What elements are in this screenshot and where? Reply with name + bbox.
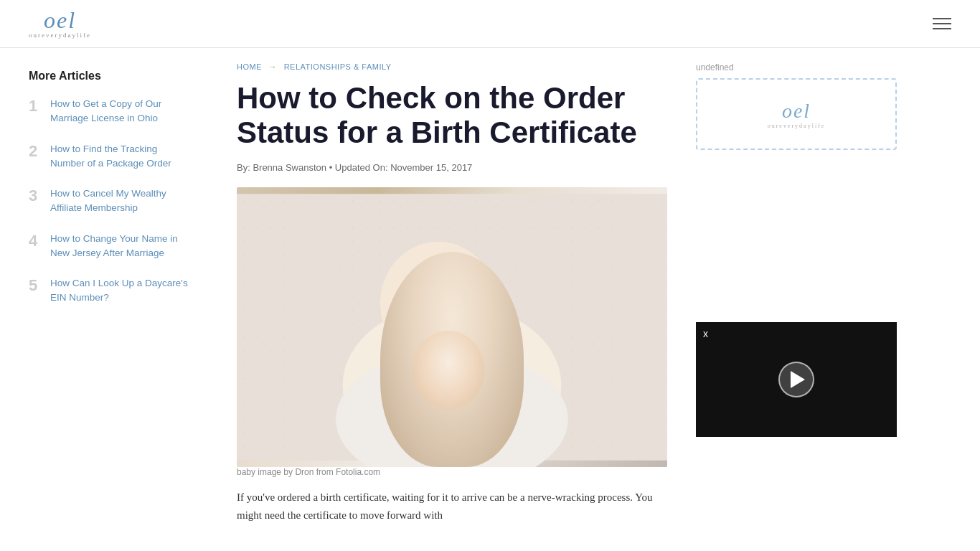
list-number-4: 4 [29, 232, 43, 250]
related-article-link-3[interactable]: How to Cancel My Wealthy Affiliate Membe… [50, 187, 194, 216]
related-articles-list: 1 How to Get a Copy of Our Marriage Lice… [29, 97, 194, 306]
site-header: oel oureverydaylife [0, 0, 980, 48]
hamburger-line-3 [933, 28, 951, 29]
video-play-button[interactable] [778, 362, 814, 397]
hamburger-line-1 [933, 18, 951, 19]
list-item: 3 How to Cancel My Wealthy Affiliate Mem… [29, 187, 194, 216]
article-title: How to Check on the Order Status for a B… [237, 81, 667, 151]
byline-separator: • [329, 162, 335, 173]
list-item: 5 How Can I Look Up a Daycare's EIN Numb… [29, 276, 194, 306]
breadcrumb-category[interactable]: RELATIONSHIPS & FAMILY [284, 62, 392, 71]
article-body-text: If you've ordered a birth certificate, w… [237, 489, 667, 525]
related-article-link-1[interactable]: How to Get a Copy of Our Marriage Licens… [50, 97, 194, 126]
video-player: x [696, 322, 897, 437]
svg-point-9 [438, 327, 446, 334]
list-number-1: 1 [29, 97, 43, 116]
byline-author: By: Brenna Swanston [237, 162, 326, 173]
list-item: 1 How to Get a Copy of Our Marriage Lice… [29, 97, 194, 126]
breadcrumb-separator: → [269, 62, 278, 71]
sidebar: More Articles 1 How to Get a Copy of Our… [29, 62, 215, 525]
article-byline: By: Brenna Swanston • Updated On: Novemb… [237, 162, 667, 173]
logo-subtext: oureverydaylife [29, 32, 91, 39]
related-article-link-4[interactable]: How to Change Your Name in New Jersey Af… [50, 232, 194, 261]
svg-point-3 [380, 242, 496, 364]
main-container: More Articles 1 How to Get a Copy of Our… [0, 48, 980, 540]
article-image-svg [237, 187, 667, 467]
site-logo[interactable]: oel oureverydaylife [29, 9, 91, 39]
breadcrumb: HOME → RELATIONSHIPS & FAMILY [237, 62, 667, 71]
more-articles-heading: More Articles [29, 70, 194, 83]
menu-button[interactable] [933, 18, 951, 29]
svg-point-4 [419, 297, 430, 303]
logo-text: oel [44, 9, 76, 32]
svg-point-7 [431, 320, 452, 341]
ad-label: undefined [696, 62, 904, 72]
ad-logo-sub: oureverydaylife [768, 123, 826, 129]
related-article-link-2[interactable]: How to Find the Tracking Number of a Pac… [50, 142, 194, 171]
svg-point-6 [434, 311, 442, 316]
ad-logo-text: oel [782, 100, 811, 123]
svg-rect-1 [237, 194, 667, 460]
right-sidebar: undefined oel oureverydaylife x [689, 62, 904, 525]
video-close-button[interactable]: x [703, 328, 708, 339]
article-image [237, 187, 667, 467]
list-number-2: 2 [29, 142, 43, 161]
article-content: HOME → RELATIONSHIPS & FAMILY How to Che… [215, 62, 689, 525]
list-item: 4 How to Change Your Name in New Jersey … [29, 232, 194, 261]
breadcrumb-home[interactable]: HOME [237, 62, 262, 71]
hamburger-line-2 [933, 23, 951, 24]
related-article-link-5[interactable]: How Can I Look Up a Daycare's EIN Number… [50, 276, 194, 306]
list-number-5: 5 [29, 276, 43, 295]
play-icon [791, 371, 805, 388]
article-body: If you've ordered a birth certificate, w… [237, 489, 667, 525]
svg-point-5 [446, 293, 457, 299]
list-number-3: 3 [29, 187, 43, 205]
list-item: 2 How to Find the Tracking Number of a P… [29, 142, 194, 171]
image-caption: baby image by Dron from Fotolia.com [237, 467, 667, 477]
advertisement-box: oel oureverydaylife [696, 78, 897, 150]
article-image-container: baby image by Dron from Fotolia.com [237, 187, 667, 477]
svg-point-8 [435, 324, 448, 337]
byline-updated-date: November 15, 2017 [390, 162, 472, 173]
byline-updated-label: Updated On: [335, 162, 388, 173]
